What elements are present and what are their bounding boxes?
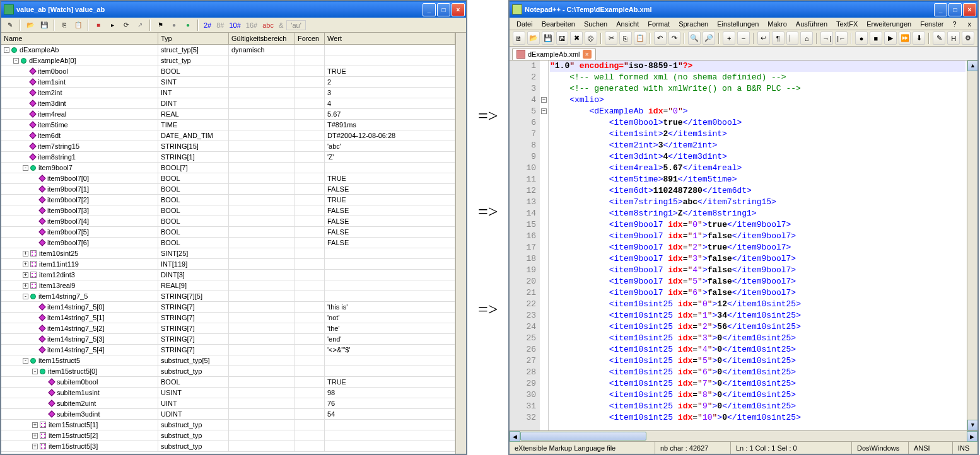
scope-cell[interactable] (229, 66, 295, 77)
code-line[interactable]: <item9bool7 idx="0">true</item9bool7> (550, 219, 965, 231)
force-cell[interactable] (295, 323, 325, 334)
menu-item[interactable]: Datei (512, 19, 537, 29)
value-cell[interactable] (325, 420, 455, 430)
watch-grid[interactable]: NameTypGültigkeitsbereichForcenWert-dExa… (1, 33, 455, 454)
scope-cell[interactable] (229, 388, 295, 398)
expand-toggle-icon[interactable]: - (23, 358, 28, 364)
code-line[interactable]: <item9bool7 idx="3">false</item9bool7> (550, 253, 965, 265)
expand-toggle-icon[interactable]: + (32, 422, 38, 428)
type-cell[interactable]: STRING[7] (158, 313, 229, 323)
expand-toggle-icon[interactable]: + (23, 251, 28, 256)
tool-paste-icon[interactable]: 📋 (72, 19, 85, 32)
force-cell[interactable] (295, 216, 325, 227)
scope-cell[interactable] (229, 98, 295, 109)
code-line[interactable]: <item9bool7 idx="1">false</item9bool7> (550, 231, 965, 242)
npp-titlebar[interactable]: Notepad++ - C:\Temp\dExampleAb.xml _ □ × (510, 1, 977, 18)
value-cell[interactable]: FALSE (325, 184, 455, 195)
code-line[interactable]: <!-- well formed xml (no shema definied)… (550, 72, 965, 83)
value-cell[interactable]: 'abc' (325, 141, 455, 152)
code-line[interactable]: <item10sint25 idx="3">0</item10sint25> (550, 333, 965, 344)
file-tab[interactable]: dExampleAb.xml × (512, 48, 596, 60)
scope-cell[interactable] (229, 291, 295, 302)
tree-row[interactable]: subitem3udint (1, 409, 158, 420)
type-cell[interactable]: INT (158, 88, 229, 98)
tree-row[interactable]: -dExampleAb[0] (1, 55, 158, 66)
scope-cell[interactable] (229, 152, 295, 163)
type-cell[interactable]: USINT (158, 388, 229, 398)
value-cell[interactable]: 5.67 (325, 109, 455, 120)
code-line[interactable]: <item10sint25 idx="10">0</item10sint25> (550, 412, 965, 423)
tree-row[interactable]: +item11int119 (1, 259, 158, 270)
value-cell[interactable]: FALSE (325, 216, 455, 227)
show-all-icon[interactable]: ¶ (772, 32, 785, 45)
force-cell[interactable] (295, 366, 325, 377)
tool-record-icon[interactable]: ■ (92, 19, 105, 32)
value-cell[interactable]: 'Z' (325, 152, 455, 163)
value-cell[interactable] (325, 441, 455, 452)
force-cell[interactable] (295, 441, 325, 452)
value-cell[interactable] (325, 163, 455, 173)
type-cell[interactable]: substruct_typ (158, 420, 229, 430)
maximize-button[interactable]: □ (437, 3, 450, 16)
value-cell[interactable] (325, 270, 455, 280)
code-line[interactable]: <item10sint25 idx="8">0</item10sint25> (550, 389, 965, 401)
value-cell[interactable]: 4 (325, 98, 455, 109)
force-cell[interactable] (295, 248, 325, 259)
play-multi-icon[interactable]: ⏩ (899, 32, 911, 45)
tree-row[interactable]: item14string7_5[0] (1, 302, 158, 313)
scroll-up-icon[interactable]: ▲ (967, 60, 977, 71)
scope-cell[interactable] (229, 88, 295, 98)
expand-toggle-icon[interactable]: + (23, 262, 28, 267)
code-line[interactable]: <dExampleAb idx="0"> (550, 106, 965, 117)
force-cell[interactable] (295, 270, 325, 280)
format-abc[interactable]: abc (260, 21, 276, 29)
type-cell[interactable]: UDINT (158, 409, 229, 420)
value-cell[interactable]: '<>&"'$' (325, 345, 455, 355)
scope-cell[interactable] (229, 420, 295, 430)
scope-cell[interactable] (229, 302, 295, 313)
type-cell[interactable]: BOOL (158, 66, 229, 77)
menu-item[interactable]: Suchen (580, 19, 612, 29)
copy-icon[interactable]: ⎘ (619, 32, 632, 45)
paste-icon[interactable]: 📋 (634, 32, 646, 45)
force-cell[interactable] (295, 109, 325, 120)
force-cell[interactable] (295, 280, 325, 291)
force-cell[interactable] (295, 313, 325, 323)
force-cell[interactable] (295, 130, 325, 141)
watch-titlebar[interactable]: value_ab [Watch] value_ab _ □ × (1, 1, 466, 18)
value-cell[interactable]: 3 (325, 88, 455, 98)
tool-dot-green-icon[interactable]: ● (182, 19, 194, 32)
format-10[interactable]: 10# (228, 21, 243, 29)
value-cell[interactable]: TRUE (325, 66, 455, 77)
type-cell[interactable]: BOOL (158, 195, 229, 205)
stop-macro-icon[interactable]: ■ (870, 32, 882, 45)
type-cell[interactable]: struct_typ[5] (158, 45, 229, 55)
tool-dot-grey-icon[interactable]: ● (168, 19, 180, 32)
format-au[interactable]: 'au' (286, 20, 305, 30)
code-line[interactable]: <!-- generated with xmlWrite() on a B&R … (550, 83, 965, 95)
code-line[interactable]: "1.0" encoding="iso-8859-1"?> (550, 60, 965, 72)
play-macro-icon[interactable]: ▶ (884, 32, 897, 45)
tool-copy-icon[interactable]: ⎘ (58, 19, 71, 32)
code-line[interactable]: <item10sint25 idx="7">0</item10sint25> (550, 378, 965, 389)
code-line[interactable]: <item9bool7 idx="5">false</item9bool7> (550, 276, 965, 287)
menu-item[interactable]: TextFX (832, 19, 862, 29)
tool-export-icon[interactable]: ↗ (134, 19, 146, 32)
force-cell[interactable] (295, 163, 325, 173)
lang-icon[interactable]: ⌂ (800, 32, 813, 45)
cut-icon[interactable]: ✂ (605, 32, 617, 45)
force-cell[interactable] (295, 355, 325, 366)
editor-vscroll[interactable]: ▲ ▼ (967, 60, 977, 430)
close-button[interactable]: × (452, 3, 465, 16)
tree-row[interactable]: item9bool7[3] (1, 205, 158, 216)
menu-item[interactable]: Makro (763, 19, 791, 29)
menu-item[interactable]: Ansicht (612, 19, 643, 29)
force-cell[interactable] (295, 184, 325, 195)
menu-item[interactable]: Bearbeiten (537, 19, 580, 29)
value-cell[interactable]: FALSE (325, 205, 455, 216)
tree-row[interactable]: item9bool7[5] (1, 227, 158, 238)
tool-save-icon[interactable]: 💾 (38, 19, 50, 32)
tree-row[interactable]: -item9bool7 (1, 163, 158, 173)
tree-row[interactable]: item9bool7[4] (1, 216, 158, 227)
format-amp[interactable]: & (277, 21, 285, 29)
